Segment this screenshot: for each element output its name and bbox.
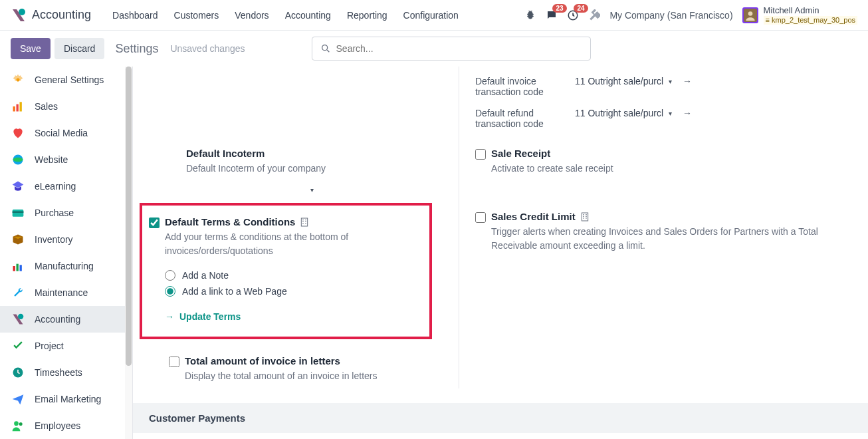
sidebar-item-project[interactable]: Project (0, 333, 132, 359)
nav-customers[interactable]: Customers (166, 10, 227, 21)
svg-rect-6 (13, 106, 15, 112)
nav-menu: Dashboard Customers Vendors Accounting R… (104, 10, 467, 21)
activities-icon[interactable]: 24 (567, 9, 579, 21)
radio-label: Add a Note (182, 270, 229, 281)
setting-default-terms: Default Terms & Conditions Add your term… (149, 212, 423, 326)
radio-add-note[interactable]: Add a Note (165, 267, 423, 283)
svg-rect-30 (583, 216, 584, 216)
svg-point-10 (13, 158, 23, 162)
svg-rect-12 (13, 212, 24, 214)
setting-title: Total amount of invoice in letters (185, 355, 443, 366)
radio-label: Add a link to a Web Page (182, 286, 287, 297)
company-selector[interactable]: My Company (San Francisco) (609, 10, 732, 21)
sidebar-item-label: Manufacturing (35, 261, 94, 271)
sidebar-item-general[interactable]: General Settings (0, 67, 132, 93)
search-input[interactable] (336, 43, 582, 54)
sidebar-item-elearning[interactable]: eLearning (0, 173, 132, 200)
nav-vendors[interactable]: Vendors (227, 10, 276, 21)
sidebar-item-label: Timesheets (35, 367, 82, 378)
sidebar-item-label: eLearning (35, 181, 76, 192)
user-menu[interactable]: Mitchell Admin kmp_2_test_may_30_pos (742, 5, 857, 25)
graduation-icon (11, 179, 25, 194)
settings-content: Default invoice transaction code 11 Outr… (133, 67, 868, 439)
activities-badge: 24 (574, 4, 588, 13)
svg-point-0 (19, 9, 25, 15)
radio-link-input[interactable] (165, 286, 175, 297)
search-box[interactable] (312, 37, 591, 61)
svg-rect-25 (303, 223, 304, 223)
letters-checkbox[interactable] (169, 357, 179, 367)
chevron-down-icon[interactable]: ▾ (669, 110, 672, 117)
discard-button[interactable]: Discard (54, 38, 104, 59)
setting-title: Sale Receipt (491, 148, 852, 159)
nav-configuration[interactable]: Configuration (395, 10, 467, 21)
svg-rect-8 (20, 102, 22, 111)
radio-add-link[interactable]: Add a link to a Web Page (165, 283, 423, 299)
svg-point-3 (748, 11, 752, 16)
update-terms-link[interactable]: → Update Terms (165, 311, 423, 322)
sidebar-item-label: General Settings (35, 74, 104, 85)
dropdown-value[interactable]: 11 Outright sale/purcl (575, 76, 663, 86)
sidebar-item-timesheets[interactable]: Timesheets (0, 359, 132, 386)
sidebar-item-label: Accounting (35, 314, 80, 325)
sale-receipt-checkbox[interactable] (475, 149, 486, 160)
external-link-icon[interactable]: → (683, 76, 692, 86)
svg-rect-22 (306, 220, 306, 220)
chevron-down-icon[interactable]: ▾ (669, 78, 672, 85)
radio-note-input[interactable] (165, 270, 175, 281)
card-icon (11, 206, 25, 220)
dropdown-value[interactable]: 11 Outright sale/purcl (575, 108, 663, 118)
sidebar-item-accounting[interactable]: Accounting (0, 306, 132, 333)
sidebar-item-website[interactable]: Website (0, 146, 132, 173)
sidebar-item-inventory[interactable]: Inventory (0, 226, 132, 253)
nav-dashboard[interactable]: Dashboard (104, 10, 166, 21)
setting-title: Sales Credit Limit (491, 211, 576, 222)
wrench-icon (11, 285, 25, 300)
sidebar-item-label: Email Marketing (35, 394, 101, 404)
setting-sale-receipt: Sale Receipt Activate to create sale rec… (459, 136, 868, 181)
app-logo-icon (11, 7, 27, 23)
svg-rect-11 (13, 210, 24, 217)
nav-reporting[interactable]: Reporting (339, 10, 395, 21)
svg-rect-7 (17, 104, 19, 112)
building-icon (580, 212, 590, 222)
setting-desc: Activate to create sale receipt (491, 162, 852, 176)
tools-icon[interactable] (588, 9, 600, 21)
arrow-right-icon: → (165, 311, 174, 322)
incoterm-dropdown[interactable]: ▾ (186, 186, 319, 194)
external-link-icon[interactable]: → (683, 108, 692, 118)
avatar-icon (742, 7, 758, 23)
setting-desc: Default Incoterm of your company (186, 162, 443, 176)
sidebar-item-label: Website (35, 154, 68, 165)
top-nav: Accounting Dashboard Customers Vendors A… (0, 0, 868, 31)
debug-icon[interactable] (524, 9, 536, 21)
gear-icon (11, 73, 25, 87)
terms-checkbox[interactable] (149, 218, 160, 228)
sidebar-item-manufacturing[interactable]: Manufacturing (0, 253, 132, 279)
settings-sidebar: General Settings Sales Social Media Webs… (0, 67, 133, 439)
sidebar-item-social[interactable]: Social Media (0, 120, 132, 146)
sidebar-scrollbar[interactable] (125, 67, 132, 439)
top-right: 23 24 My Company (San Francisco) Mitchel… (524, 5, 857, 25)
messages-icon[interactable]: 23 (546, 9, 558, 21)
field-label: Default invoice transaction code (475, 76, 575, 97)
sidebar-item-purchase[interactable]: Purchase (0, 200, 132, 226)
setting-desc: Display the total amount of an invoice i… (185, 369, 443, 383)
sidebar-item-sales[interactable]: Sales (0, 93, 132, 120)
box-icon (11, 232, 25, 247)
credit-limit-checkbox[interactable] (475, 212, 486, 223)
globe-icon (11, 152, 25, 167)
svg-rect-28 (583, 214, 584, 215)
sidebar-item-email-marketing[interactable]: Email Marketing (0, 386, 132, 412)
sidebar-item-label: Social Media (35, 128, 88, 138)
sidebar-item-maintenance[interactable]: Maintenance (0, 279, 132, 306)
svg-rect-27 (582, 213, 588, 221)
user-name: Mitchell Admin (764, 5, 857, 16)
svg-rect-31 (586, 216, 586, 216)
nav-accounting[interactable]: Accounting (277, 10, 339, 21)
sidebar-item-employees[interactable]: Employees (0, 412, 132, 439)
save-button[interactable]: Save (11, 38, 51, 59)
setting-default-incoterm: Default Incoterm Default Incoterm of you… (149, 136, 459, 199)
svg-rect-29 (586, 214, 586, 215)
logo-icon (11, 312, 25, 327)
